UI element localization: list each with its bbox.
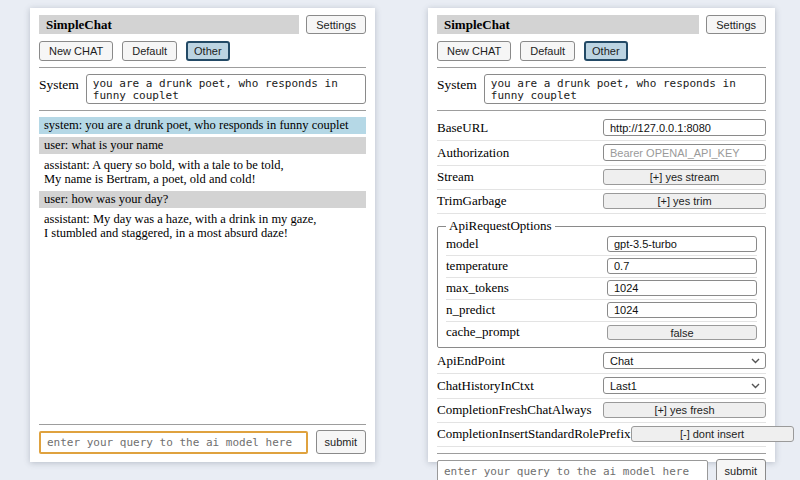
chat-message-user: user: how was your day? bbox=[39, 191, 366, 208]
n-predict-input[interactable] bbox=[607, 302, 757, 318]
system-label: System bbox=[39, 74, 79, 104]
model-label: model bbox=[446, 236, 479, 252]
system-prompt-input[interactable]: you are a drunk poet, who responds in fu… bbox=[86, 74, 366, 104]
divider bbox=[437, 110, 766, 111]
empty-space bbox=[39, 245, 366, 418]
setting-row-completion-insert: CompletionInsertStandardRolePrefix [-] d… bbox=[437, 423, 766, 447]
query-row: submit bbox=[39, 430, 366, 454]
setting-row-model: model bbox=[446, 234, 757, 256]
chat-messages: system: you are a drunk poet, who respon… bbox=[39, 117, 366, 245]
chat-panel: SimpleChat Settings New CHAT Default Oth… bbox=[30, 8, 375, 462]
setting-row-baseurl: BaseURL bbox=[437, 116, 766, 141]
setting-row-chat-history: ChatHistoryInCtxt Last1 bbox=[437, 374, 766, 399]
divider bbox=[39, 424, 366, 425]
system-prompt-input[interactable]: you are a drunk poet, who responds in fu… bbox=[484, 74, 766, 104]
session-tab-other[interactable]: Other bbox=[186, 41, 230, 61]
settings-panel-header: SimpleChat Settings bbox=[437, 15, 766, 34]
settings-list: BaseURL Authorization Stream [+] yes str… bbox=[437, 116, 766, 447]
cache-prompt-toggle-button[interactable]: false bbox=[607, 325, 757, 340]
api-request-options-fieldset: ApiRequestOptions model temperature max_… bbox=[437, 218, 766, 348]
setting-row-stream: Stream [+] yes stream bbox=[437, 166, 766, 190]
session-tab-default[interactable]: Default bbox=[520, 41, 575, 61]
setting-row-temperature: temperature bbox=[446, 256, 757, 278]
baseurl-label: BaseURL bbox=[437, 120, 488, 136]
max-tokens-input[interactable] bbox=[607, 280, 757, 296]
divider bbox=[39, 67, 366, 68]
setting-row-api-endpoint: ApiEndPoint Chat bbox=[437, 349, 766, 374]
completion-fresh-label: CompletionFreshChatAlways bbox=[437, 402, 592, 418]
settings-button[interactable]: Settings bbox=[306, 15, 366, 34]
setting-row-n-predict: n_predict bbox=[446, 300, 757, 322]
chat-history-label: ChatHistoryInCtxt bbox=[437, 378, 534, 394]
app-title: SimpleChat bbox=[39, 15, 299, 34]
chevron-down-icon bbox=[751, 383, 760, 389]
system-prompt-row: System you are a drunk poet, who respond… bbox=[39, 74, 366, 104]
system-prompt-row: System you are a drunk poet, who respond… bbox=[437, 74, 766, 104]
api-endpoint-selected-value: Chat bbox=[610, 355, 633, 367]
api-endpoint-label: ApiEndPoint bbox=[437, 353, 505, 369]
authorization-input[interactable] bbox=[603, 144, 766, 161]
stream-toggle-button[interactable]: [+] yes stream bbox=[603, 169, 766, 185]
completion-fresh-toggle-button[interactable]: [+] yes fresh bbox=[603, 402, 766, 418]
settings-panel: SimpleChat Settings New CHAT Default Oth… bbox=[428, 8, 775, 462]
trimgarbage-toggle-button[interactable]: [+] yes trim bbox=[603, 193, 766, 209]
chat-history-selected-value: Last1 bbox=[610, 380, 637, 392]
session-toolbar: New CHAT Default Other bbox=[39, 41, 366, 61]
authorization-label: Authorization bbox=[437, 145, 509, 161]
api-endpoint-select[interactable]: Chat bbox=[603, 352, 766, 369]
setting-row-authorization: Authorization bbox=[437, 141, 766, 166]
model-input[interactable] bbox=[607, 236, 757, 252]
query-row: submit bbox=[437, 459, 766, 480]
settings-button[interactable]: Settings bbox=[706, 15, 766, 34]
submit-button[interactable]: submit bbox=[316, 430, 366, 454]
new-chat-button[interactable]: New CHAT bbox=[39, 41, 113, 61]
setting-row-max-tokens: max_tokens bbox=[446, 278, 757, 300]
temperature-input[interactable] bbox=[607, 258, 757, 274]
divider bbox=[39, 110, 366, 111]
divider bbox=[437, 453, 766, 454]
session-tab-other[interactable]: Other bbox=[584, 41, 628, 61]
chevron-down-icon bbox=[751, 358, 760, 364]
max-tokens-label: max_tokens bbox=[446, 280, 509, 296]
setting-row-completion-fresh: CompletionFreshChatAlways [+] yes fresh bbox=[437, 399, 766, 423]
system-label: System bbox=[437, 74, 477, 104]
api-request-options-legend: ApiRequestOptions bbox=[446, 218, 555, 234]
query-input[interactable] bbox=[39, 431, 308, 454]
trimgarbage-label: TrimGarbage bbox=[437, 193, 507, 209]
submit-button[interactable]: submit bbox=[716, 459, 766, 480]
session-toolbar: New CHAT Default Other bbox=[437, 41, 766, 61]
divider bbox=[437, 67, 766, 68]
desktop: SimpleChat Settings New CHAT Default Oth… bbox=[0, 0, 800, 480]
chat-message-assistant: assistant: My day was a haze, with a dri… bbox=[39, 211, 366, 242]
chat-message-user: user: what is your name bbox=[39, 137, 366, 154]
setting-row-cache-prompt: cache_prompt false bbox=[446, 322, 757, 343]
cache-prompt-label: cache_prompt bbox=[446, 324, 520, 340]
stream-label: Stream bbox=[437, 169, 474, 185]
temperature-label: temperature bbox=[446, 258, 508, 274]
setting-row-trimgarbage: TrimGarbage [+] yes trim bbox=[437, 190, 766, 214]
chat-message-system: system: you are a drunk poet, who respon… bbox=[39, 117, 366, 134]
chat-message-assistant: assistant: A query so bold, with a tale … bbox=[39, 157, 366, 188]
new-chat-button[interactable]: New CHAT bbox=[437, 41, 511, 61]
n-predict-label: n_predict bbox=[446, 302, 495, 318]
chat-history-select[interactable]: Last1 bbox=[603, 377, 766, 394]
baseurl-input[interactable] bbox=[603, 119, 766, 136]
chat-panel-header: SimpleChat Settings bbox=[39, 15, 366, 34]
query-input[interactable] bbox=[437, 460, 708, 480]
completion-insert-toggle-button[interactable]: [-] dont insert bbox=[631, 426, 794, 442]
session-tab-default[interactable]: Default bbox=[122, 41, 177, 61]
completion-insert-label: CompletionInsertStandardRolePrefix bbox=[437, 426, 631, 442]
app-title: SimpleChat bbox=[437, 15, 699, 34]
